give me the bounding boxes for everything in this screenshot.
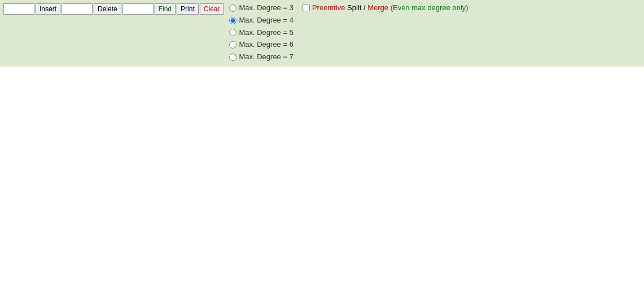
radio-degree-4[interactable] bbox=[229, 17, 236, 24]
insert-input[interactable] bbox=[3, 3, 34, 15]
clear-button[interactable]: Clear bbox=[200, 3, 224, 15]
radio-group: Max. Degree = 3 Max. Degree = 4 Max. Deg… bbox=[229, 2, 293, 63]
radio-degree-5[interactable] bbox=[229, 29, 236, 36]
content-area bbox=[0, 67, 644, 287]
preemptive-text-even: (Even max degree only) bbox=[388, 3, 468, 12]
find-input[interactable] bbox=[122, 3, 154, 15]
radio-degree-3[interactable] bbox=[229, 5, 236, 12]
preemptive-text-preemtive: Preemtive bbox=[312, 3, 345, 12]
radio-degree-7[interactable] bbox=[229, 54, 236, 61]
find-button[interactable]: Find bbox=[155, 3, 176, 15]
radio-item-4: Max. Degree = 4 bbox=[229, 15, 293, 27]
radio-item-7: Max. Degree = 7 bbox=[229, 51, 293, 63]
radio-label-4: Max. Degree = 4 bbox=[239, 15, 293, 27]
preemptive-checkbox[interactable] bbox=[303, 4, 310, 11]
radio-label-5: Max. Degree = 5 bbox=[239, 27, 293, 39]
preemptive-section: Preemtive Split / Merge (Even max degree… bbox=[303, 2, 468, 63]
radio-label-6: Max. Degree = 6 bbox=[239, 39, 293, 51]
insert-button[interactable]: Insert bbox=[36, 3, 60, 15]
delete-button[interactable]: Delete bbox=[94, 3, 121, 15]
preemptive-checkbox-item: Preemtive Split / Merge (Even max degree… bbox=[303, 3, 468, 12]
toolbar-left: Insert Delete Find Print Clear bbox=[3, 2, 224, 15]
delete-input[interactable] bbox=[62, 3, 93, 15]
radio-label-3: Max. Degree = 3 bbox=[239, 2, 293, 14]
radio-item-3: Max. Degree = 3 bbox=[229, 2, 293, 14]
radio-item-6: Max. Degree = 6 bbox=[229, 39, 293, 51]
preemptive-text-merge: Merge bbox=[367, 3, 388, 12]
preemptive-text-split: Split / bbox=[345, 3, 367, 12]
preemptive-label: Preemtive Split / Merge (Even max degree… bbox=[312, 3, 468, 12]
toolbar: Insert Delete Find Print Clear Max. Degr… bbox=[0, 0, 644, 67]
toolbar-right: Max. Degree = 3 Max. Degree = 4 Max. Deg… bbox=[229, 2, 468, 63]
print-button[interactable]: Print bbox=[177, 3, 199, 15]
radio-label-7: Max. Degree = 7 bbox=[239, 51, 293, 63]
radio-degree-6[interactable] bbox=[229, 41, 236, 48]
radio-item-5: Max. Degree = 5 bbox=[229, 27, 293, 39]
